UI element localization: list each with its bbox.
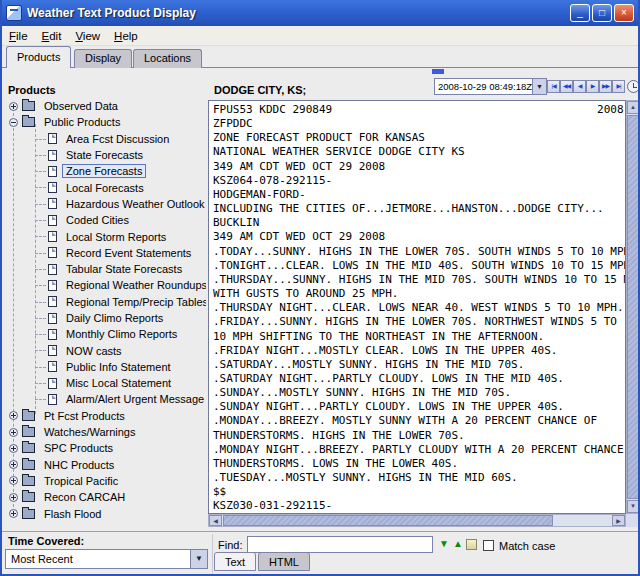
bottom-bar: Time Covered: Most Recent ▼ Find: ▼ ▲ Ma… bbox=[2, 531, 638, 576]
view-tab-html[interactable]: HTML bbox=[258, 552, 310, 571]
tree-item-watches-warnings[interactable]: Watches/Warnings bbox=[4, 424, 206, 440]
document-icon bbox=[48, 264, 57, 275]
tree-item-record-event-statements[interactable]: Record Event Statements bbox=[4, 245, 206, 261]
tree-item-daily-climo-reports[interactable]: Daily Climo Reports bbox=[4, 310, 206, 326]
tree-item-label: Tabular State Forecasts bbox=[62, 262, 186, 276]
tree-item-label: Recon CARCAH bbox=[40, 490, 129, 504]
folder-icon bbox=[22, 443, 35, 453]
product-time-combobox[interactable]: 2008-10-29 08:49:18Z ▼ bbox=[434, 78, 547, 95]
tree-item-label: Public Info Statement bbox=[62, 360, 175, 374]
product-text[interactable]: FPUS53 KDDC 290849 2008 ZFPDDC ZONE FORE… bbox=[213, 103, 625, 514]
tree-item-area-fcst-discussion[interactable]: Area Fcst Discussion bbox=[4, 131, 206, 147]
menu-help[interactable]: Help bbox=[107, 28, 145, 44]
maximize-button[interactable]: □ bbox=[592, 4, 612, 22]
scroll-right-icon[interactable]: ▶ bbox=[612, 515, 625, 526]
tree-item-coded-cities[interactable]: Coded Cities bbox=[4, 212, 206, 228]
chevron-down-icon: ▼ bbox=[532, 79, 546, 94]
tree-item-public-info-statement[interactable]: Public Info Statement bbox=[4, 359, 206, 375]
progress-indicator bbox=[432, 69, 444, 74]
tree-item-flash-flood[interactable]: Flash Flood bbox=[4, 505, 206, 521]
previous-product-button[interactable]: ◀ bbox=[573, 80, 586, 93]
expand-handle-icon[interactable] bbox=[9, 102, 18, 111]
fast-forward-button[interactable]: ▶▶ bbox=[599, 80, 612, 93]
tree-item-label: Coded Cities bbox=[62, 213, 133, 227]
horizontal-scrollbar[interactable]: ◀ ▶ bbox=[208, 514, 626, 527]
tree-item-label: Local Storm Reports bbox=[62, 230, 170, 244]
document-icon bbox=[48, 296, 57, 307]
tree-item-alarm-alert-urgent-message[interactable]: Alarm/Alert Urgent Message bbox=[4, 391, 206, 407]
tree-item-monthly-climo-reports[interactable]: Monthly Climo Reports bbox=[4, 326, 206, 342]
close-button[interactable]: × bbox=[614, 4, 634, 22]
expand-handle-icon[interactable] bbox=[9, 493, 18, 502]
tab-products[interactable]: Products bbox=[6, 46, 71, 68]
next-product-button[interactable]: ▶ bbox=[586, 80, 599, 93]
window-controls: _ □ × bbox=[570, 4, 634, 22]
find-previous-icon[interactable]: ▲ bbox=[453, 538, 463, 549]
tree-item-now-casts[interactable]: NOW casts bbox=[4, 342, 206, 358]
products-panel-header: Products bbox=[8, 84, 56, 96]
scroll-left-icon[interactable]: ◀ bbox=[209, 515, 222, 526]
tree-item-label: Watches/Warnings bbox=[40, 425, 140, 439]
find-label: Find: bbox=[218, 539, 242, 551]
collapse-handle-icon[interactable] bbox=[9, 118, 18, 127]
horizontal-scrollbar-thumb[interactable] bbox=[223, 515, 553, 526]
tree-item-local-storm-reports[interactable]: Local Storm Reports bbox=[4, 228, 206, 244]
document-icon bbox=[48, 150, 57, 161]
main-area: Products Observed DataPublic ProductsAre… bbox=[2, 68, 638, 531]
latest-product-button[interactable]: ▶| bbox=[612, 80, 625, 93]
vertical-scrollbar-thumb[interactable] bbox=[627, 115, 639, 499]
expand-handle-icon[interactable] bbox=[9, 411, 18, 420]
tree-item-pt-fcst-products[interactable]: Pt Fcst Products bbox=[4, 408, 206, 424]
minimize-button[interactable]: _ bbox=[570, 4, 590, 22]
tree-item-hazardous-weather-outlook[interactable]: Hazardous Weather Outlook bbox=[4, 196, 206, 212]
highlight-all-icon[interactable] bbox=[466, 539, 477, 550]
tree-item-label: Flash Flood bbox=[40, 507, 105, 521]
tree-item-local-forecasts[interactable]: Local Forecasts bbox=[4, 179, 206, 195]
expand-handle-icon[interactable] bbox=[9, 509, 18, 518]
document-icon bbox=[48, 198, 57, 209]
tree-item-regional-weather-roundups[interactable]: Regional Weather Roundups bbox=[4, 277, 206, 293]
tab-display[interactable]: Display bbox=[74, 49, 132, 68]
tree-item-state-forecasts[interactable]: State Forecasts bbox=[4, 147, 206, 163]
menu-edit[interactable]: Edit bbox=[35, 28, 69, 44]
expand-handle-icon[interactable] bbox=[9, 476, 18, 485]
tree-item-public-products[interactable]: Public Products bbox=[4, 114, 206, 130]
tree-item-observed-data[interactable]: Observed Data bbox=[4, 98, 206, 114]
tree-item-spc-products[interactable]: SPC Products bbox=[4, 440, 206, 456]
clock-icon[interactable] bbox=[627, 80, 640, 93]
scrollbar-corner bbox=[626, 514, 640, 527]
document-icon bbox=[48, 231, 57, 242]
time-covered-combobox[interactable]: Most Recent ▼ bbox=[5, 549, 208, 569]
expand-handle-icon[interactable] bbox=[9, 460, 18, 469]
first-product-button[interactable]: |◀ bbox=[547, 80, 560, 93]
match-case-checkbox[interactable] bbox=[483, 540, 494, 551]
menu-view[interactable]: View bbox=[68, 28, 107, 44]
tree-item-regional-temp-precip-tables[interactable]: Regional Temp/Precip Tables bbox=[4, 294, 206, 310]
bottom-divider bbox=[212, 534, 213, 574]
tree-item-recon-carcah[interactable]: Recon CARCAH bbox=[4, 489, 206, 505]
title-bar: Weather Text Product Display _ □ × bbox=[2, 0, 638, 26]
tree-item-label: NOW casts bbox=[62, 344, 126, 358]
scroll-up-icon[interactable]: ▲ bbox=[627, 101, 639, 114]
menu-file[interactable]: File bbox=[2, 28, 35, 44]
menu-bar: File Edit View Help bbox=[2, 26, 638, 46]
tree-item-tabular-state-forecasts[interactable]: Tabular State Forecasts bbox=[4, 261, 206, 277]
chevron-down-icon: ▼ bbox=[190, 550, 207, 568]
scroll-down-icon[interactable]: ▼ bbox=[627, 500, 639, 513]
tree-item-misc-local-statement[interactable]: Misc Local Statement bbox=[4, 375, 206, 391]
tree-item-nhc-products[interactable]: NHC Products bbox=[4, 457, 206, 473]
expand-handle-icon[interactable] bbox=[9, 428, 18, 437]
tree-item-label: Regional Weather Roundups bbox=[62, 278, 206, 292]
tree-item-zone-forecasts[interactable]: Zone Forecasts bbox=[4, 163, 206, 179]
find-input[interactable] bbox=[247, 536, 433, 553]
find-next-icon[interactable]: ▼ bbox=[439, 538, 449, 549]
expand-handle-icon[interactable] bbox=[9, 444, 18, 453]
folder-icon bbox=[22, 460, 35, 470]
vertical-scrollbar[interactable]: ▲ ▼ bbox=[626, 100, 640, 514]
window-title: Weather Text Product Display bbox=[27, 6, 570, 20]
tab-locations[interactable]: Locations bbox=[133, 49, 202, 68]
folder-icon bbox=[22, 117, 35, 127]
tree-item-tropical-pacific[interactable]: Tropical Pacific bbox=[4, 473, 206, 489]
fast-rewind-button[interactable]: ◀◀ bbox=[560, 80, 573, 93]
view-tab-text[interactable]: Text bbox=[214, 552, 256, 571]
